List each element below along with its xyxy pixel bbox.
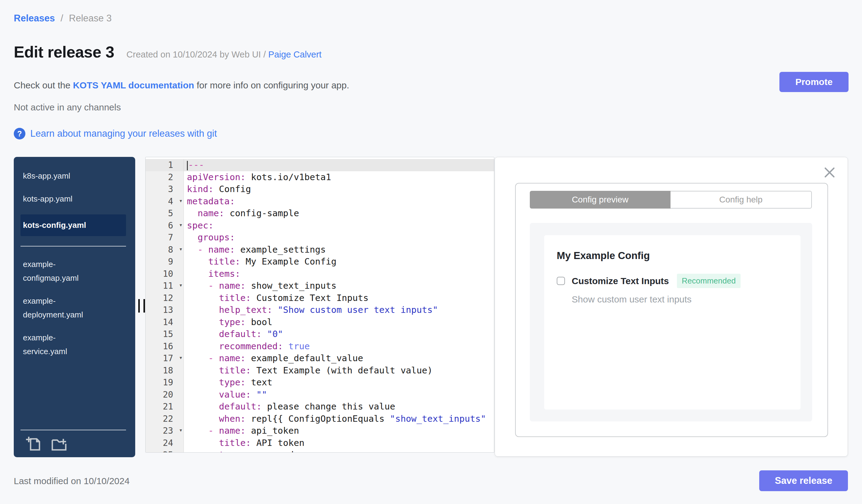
code-line[interactable]: 15 default: "0" <box>146 328 494 340</box>
tab-config-help[interactable]: Config help <box>670 191 812 209</box>
config-item-help-text: Show custom user text inputs <box>572 294 788 305</box>
code-text[interactable]: - name: example_settings <box>184 244 494 256</box>
fold-arrow-icon[interactable]: ▾ <box>179 219 183 231</box>
code-line[interactable]: 3kind: Config <box>146 183 494 196</box>
recommended-badge: Recommended <box>677 274 741 288</box>
line-number: 1 <box>146 159 184 171</box>
code-text[interactable]: apiVersion: kots.io/v1beta1 <box>184 171 494 184</box>
fold-arrow-icon[interactable]: ▾ <box>179 279 183 291</box>
code-text[interactable]: type: bool <box>184 316 494 329</box>
file-sidebar: k8s-app.yamlkots-app.yamlkots-config.yam… <box>14 157 135 457</box>
file-item[interactable]: example-configmap.yaml <box>21 257 126 286</box>
code-text[interactable]: - name: show_text_inputs <box>184 280 494 292</box>
file-item[interactable]: k8s-app.yaml <box>21 169 126 184</box>
code-text[interactable]: when: repl{{ ConfigOptionEquals "show_te… <box>184 413 494 425</box>
git-help-link[interactable]: Learn about managing your releases with … <box>30 128 217 139</box>
breadcrumb-current: Release 3 <box>69 13 112 24</box>
code-text[interactable]: kind: Config <box>184 183 494 196</box>
promote-button[interactable]: Promote <box>780 72 849 92</box>
new-folder-icon[interactable] <box>50 435 67 452</box>
code-text[interactable]: type: password <box>184 449 494 453</box>
code-text[interactable]: title: Customize Text Inputs <box>184 292 494 304</box>
config-preview-body: My Example Config Customize Text Inputs … <box>530 223 812 422</box>
resize-handle-left[interactable] <box>138 299 145 313</box>
created-text: Created on 10/10/2024 by Web UI / <box>126 50 268 59</box>
sidebar-footer <box>21 430 126 452</box>
code-line[interactable]: 9 title: My Example Config <box>146 256 494 268</box>
code-text[interactable]: metadata: <box>184 196 494 208</box>
code-text[interactable]: help_text: "Show custom user text inputs… <box>184 304 494 316</box>
code-line[interactable]: 4▾metadata: <box>146 196 494 208</box>
fold-arrow-icon[interactable]: ▾ <box>179 243 183 255</box>
code-text[interactable]: - name: example_default_value <box>184 352 494 364</box>
code-line[interactable]: 2apiVersion: kots.io/v1beta1 <box>146 171 494 184</box>
code-text[interactable]: - name: api_token <box>184 425 494 437</box>
git-help-row: ? Learn about managing your releases wit… <box>14 128 217 140</box>
code-text[interactable]: items: <box>184 268 494 280</box>
close-icon[interactable] <box>823 166 836 179</box>
code-text[interactable]: type: text <box>184 376 494 389</box>
code-text[interactable]: spec: <box>184 220 494 232</box>
code-text[interactable]: title: API token <box>184 437 494 449</box>
code-line[interactable]: 23▾ - name: api_token <box>146 425 494 437</box>
breadcrumb-separator: / <box>61 13 63 24</box>
doc-line-suffix: for more info on configuring your app. <box>194 80 349 90</box>
line-number: 17▾ <box>146 352 184 364</box>
code-line[interactable]: 24 title: API token <box>146 437 494 449</box>
code-line[interactable]: 22 when: repl{{ ConfigOptionEquals "show… <box>146 413 494 425</box>
code-line[interactable]: 18 title: Text Example (with default val… <box>146 364 494 377</box>
code-lines: 1---2apiVersion: kots.io/v1beta13kind: C… <box>146 159 494 453</box>
code-line[interactable]: 20 value: "" <box>146 389 494 401</box>
line-number: 11▾ <box>146 280 184 292</box>
code-line[interactable]: 5 name: config-sample <box>146 207 494 220</box>
code-text[interactable]: --- <box>184 159 494 171</box>
doc-line-prefix: Check out the <box>14 80 73 90</box>
fold-arrow-icon[interactable]: ▾ <box>179 424 183 436</box>
config-item-label: Customize Text Inputs <box>572 276 669 286</box>
code-line[interactable]: 10 items: <box>146 268 494 280</box>
code-line[interactable]: 8▾ - name: example_settings <box>146 244 494 256</box>
new-file-icon[interactable] <box>25 435 42 452</box>
file-item[interactable]: example-service.yaml <box>21 330 126 359</box>
code-text[interactable]: default: please change this value <box>184 401 494 413</box>
breadcrumb-releases-link[interactable]: Releases <box>14 13 55 24</box>
tab-config-preview[interactable]: Config preview <box>530 191 670 209</box>
customize-text-inputs-checkbox[interactable] <box>557 277 565 285</box>
code-text[interactable]: recommended: true <box>184 340 494 353</box>
code-line[interactable]: 25 type: password <box>146 449 494 453</box>
channel-status: Not active in any channels <box>14 102 121 112</box>
line-number: 24 <box>146 437 184 449</box>
code-line[interactable]: 6▾spec: <box>146 220 494 232</box>
code-text[interactable]: title: Text Example (with default value) <box>184 364 494 377</box>
line-number: 19 <box>146 376 184 389</box>
save-release-button[interactable]: Save release <box>759 470 848 491</box>
file-item[interactable]: kots-app.yaml <box>21 191 126 207</box>
code-text[interactable]: default: "0" <box>184 328 494 340</box>
line-number: 4▾ <box>146 196 184 208</box>
code-line[interactable]: 16 recommended: true <box>146 340 494 353</box>
file-item[interactable]: kots-config.yaml <box>21 214 126 236</box>
code-line[interactable]: 14 type: bool <box>146 316 494 329</box>
line-number: 16 <box>146 340 184 353</box>
code-text[interactable]: title: My Example Config <box>184 256 494 268</box>
code-line[interactable]: 1--- <box>146 159 494 171</box>
code-text[interactable]: value: "" <box>184 389 494 401</box>
code-line[interactable]: 7 groups: <box>146 231 494 244</box>
config-preview-wrapper: Config previewConfig help My Example Con… <box>515 183 828 437</box>
code-line[interactable]: 13 help_text: "Show custom user text inp… <box>146 304 494 316</box>
yaml-code-editor[interactable]: 1---2apiVersion: kots.io/v1beta13kind: C… <box>145 157 494 453</box>
code-line[interactable]: 21 default: please change this value <box>146 401 494 413</box>
fold-arrow-icon[interactable]: ▾ <box>179 195 183 207</box>
created-author-link[interactable]: Paige Calvert <box>268 50 322 59</box>
code-line[interactable]: 19 type: text <box>146 376 494 389</box>
code-text[interactable]: groups: <box>184 231 494 244</box>
kots-yaml-doc-link[interactable]: KOTS YAML documentation <box>73 80 194 90</box>
file-list-divider <box>21 246 126 247</box>
code-line[interactable]: 12 title: Customize Text Inputs <box>146 292 494 304</box>
code-text[interactable]: name: config-sample <box>184 207 494 220</box>
line-number: 5 <box>146 207 184 220</box>
file-item[interactable]: example-deployment.yaml <box>21 294 126 322</box>
code-line[interactable]: 11▾ - name: show_text_inputs <box>146 280 494 292</box>
fold-arrow-icon[interactable]: ▾ <box>179 352 183 364</box>
code-line[interactable]: 17▾ - name: example_default_value <box>146 352 494 364</box>
